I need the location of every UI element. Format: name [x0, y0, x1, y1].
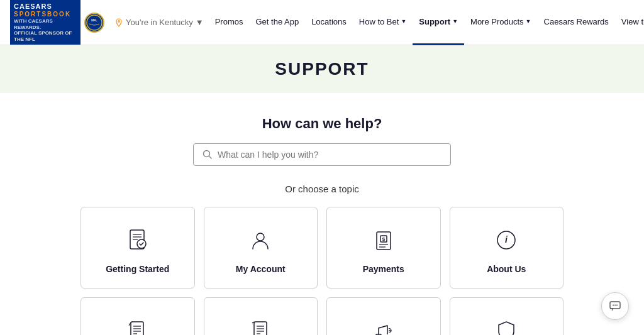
nav-locations[interactable]: Locations — [305, 0, 353, 45]
house-rules-icon — [123, 316, 153, 335]
search-input[interactable] — [218, 150, 441, 160]
my-account-icon — [245, 225, 275, 255]
svg-point-32 — [616, 305, 618, 306]
nav-support[interactable]: Support ▼ — [413, 0, 464, 45]
getting-started-label: Getting Started — [106, 264, 169, 274]
location-caret: ▼ — [196, 18, 204, 27]
nav-more-products[interactable]: More Products ▼ — [464, 0, 537, 45]
svg-point-3 — [204, 151, 210, 157]
nav-how-to-bet[interactable]: How to Bet ▼ — [353, 0, 413, 45]
main-content: How can we help? Or choose a topic Getti… — [70, 93, 574, 335]
topic-label: Or choose a topic — [80, 184, 564, 194]
getting-started-icon — [123, 225, 153, 255]
search-icon — [203, 150, 213, 160]
svg-point-2 — [118, 20, 120, 22]
about-us-icon: i — [491, 225, 521, 255]
support-header: SUPPORT — [0, 45, 644, 93]
about-us-label: About Us — [487, 264, 526, 274]
nav-caesars-rewards[interactable]: Caesars Rewards — [538, 0, 615, 45]
svg-point-0 — [87, 15, 102, 30]
terms-privacy-icon — [491, 316, 521, 335]
how-to-bet-caret: ▼ — [401, 18, 406, 25]
nav-promos[interactable]: Promos — [209, 0, 250, 45]
search-container[interactable] — [193, 143, 451, 166]
svg-point-30 — [613, 305, 614, 306]
navbar: CAESARS SPORTSBOOK WITH CAESARS REWARDS.… — [0, 0, 644, 45]
topic-my-account[interactable]: My Account — [204, 207, 318, 288]
svg-text:NFL: NFL — [91, 18, 97, 22]
promotions-icon — [369, 316, 399, 335]
help-title: How can we help? — [80, 116, 564, 132]
topic-getting-started[interactable]: Getting Started — [80, 207, 195, 288]
responsible-gambling-icon — [245, 316, 275, 335]
topic-payments[interactable]: $ Payments — [326, 207, 441, 288]
nav-get-app[interactable]: Get the App — [249, 0, 305, 45]
caesars-logo: CAESARS SPORTSBOOK WITH CAESARS REWARDS.… — [10, 0, 80, 45]
svg-text:i: i — [505, 234, 508, 244]
topic-house-rules[interactable]: House Rules — [80, 297, 195, 335]
topic-grid-row1: Getting Started My Account $ — [80, 207, 564, 288]
chat-icon — [609, 300, 621, 312]
svg-point-10 — [257, 233, 264, 241]
nav-view-odds[interactable]: View the Odds — [615, 0, 644, 45]
brand-logo[interactable]: CAESARS SPORTSBOOK WITH CAESARS REWARDS.… — [10, 0, 104, 45]
payments-icon: $ — [369, 225, 399, 255]
svg-point-31 — [614, 305, 616, 306]
topic-promotions[interactable]: Promotions — [326, 297, 441, 335]
topic-terms-privacy[interactable]: Terms and Conditions / Privacy — [450, 297, 564, 335]
topic-responsible-gambling[interactable]: Responsible Gambling — [204, 297, 318, 335]
support-caret: ▼ — [452, 18, 458, 25]
svg-line-4 — [209, 157, 212, 159]
nav-links: Promos Get the App Locations How to Bet … — [209, 0, 644, 45]
location-indicator[interactable]: You're in Kentucky ▼ — [114, 18, 204, 27]
support-title: SUPPORT — [0, 59, 644, 79]
topic-about-us[interactable]: i About Us — [450, 207, 564, 288]
my-account-label: My Account — [236, 264, 286, 274]
topic-grid-row2: House Rules Responsible Gambling — [80, 297, 564, 335]
nfl-badge: NFL — [84, 13, 104, 33]
chat-button[interactable] — [601, 292, 629, 320]
svg-text:$: $ — [382, 236, 386, 242]
payments-label: Payments — [363, 264, 404, 274]
more-products-caret: ▼ — [526, 18, 531, 25]
